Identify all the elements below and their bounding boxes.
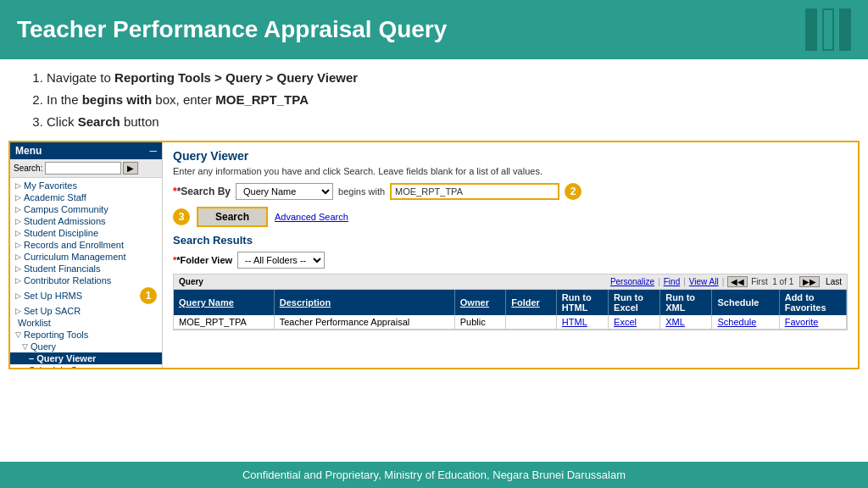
sidebar-item-query[interactable]: ▽Query xyxy=(10,341,162,352)
accent-bar-1 xyxy=(805,8,817,51)
cell-schedule: Schedule xyxy=(712,315,779,330)
sidebar-item-student-discipline[interactable]: ▷Student Discipline xyxy=(10,227,162,239)
cell-run-xml: XML xyxy=(660,315,712,330)
page-title: Teacher Performance Appraisal Query xyxy=(17,16,447,43)
sidebar-search-input[interactable] xyxy=(45,162,121,175)
sidebar-item-student-financials[interactable]: ▷Student Financials xyxy=(10,263,162,274)
sidebar-item-label: Worklist xyxy=(18,318,51,328)
sidebar-item-set-up-hrms[interactable]: ▷Set Up HRMS 1 xyxy=(10,286,162,305)
sidebar-item-label: Reporting Tools xyxy=(24,330,88,340)
col-folder: Folder xyxy=(506,290,557,315)
search-by-label: **Search By xyxy=(173,186,231,197)
cell-description: Teacher Performance Appraisal xyxy=(274,315,454,330)
col-add-favorites: Add to Favorites xyxy=(779,290,846,315)
sidebar-item-label: Campus Community xyxy=(24,204,108,214)
search-value-input[interactable] xyxy=(390,183,559,200)
footer: Confidential and Proprietary, Ministry o… xyxy=(0,462,868,488)
sep2: | xyxy=(683,277,686,286)
sidebar-item-set-up-sacr[interactable]: ▷Set Up SACR xyxy=(10,305,162,317)
search-button[interactable]: Search xyxy=(197,207,268,227)
view-all-link[interactable]: View All xyxy=(689,277,719,286)
sidebar-search-button[interactable]: ▶ xyxy=(123,162,138,175)
sidebar-item-label: Student Admissions xyxy=(24,216,106,226)
toolbar-right: Personalize | Find | View All | ◀◀ First… xyxy=(610,276,842,287)
col-description: Description xyxy=(274,290,454,315)
query-viewer-desc: Enter any information you have and click… xyxy=(173,166,848,176)
search-actions-row: 3 Search Advanced Search xyxy=(173,207,848,227)
sidebar-item-reporting-tools[interactable]: ▽Reporting Tools xyxy=(10,329,162,341)
cell-query-name: MOE_RPT_TPA xyxy=(174,315,274,330)
sidebar-item-contributor-relations[interactable]: ▷Contributor Relations xyxy=(10,274,162,286)
sidebar-item-student-admissions[interactable]: ▷Student Admissions xyxy=(10,215,162,227)
badge-2: 2 xyxy=(565,183,581,200)
sidebar-item-label: Query xyxy=(31,341,56,352)
sidebar-item-worklist[interactable]: Worklist xyxy=(10,317,162,329)
arrow-icon: ▷ xyxy=(15,217,21,225)
arrow-icon: ▽ xyxy=(22,342,28,351)
advanced-search-link[interactable]: Advanced Search xyxy=(275,212,348,222)
arrow-icon: ▷ xyxy=(15,229,21,237)
arrow-icon: ▷ xyxy=(15,276,21,285)
cell-run-html: HTML xyxy=(556,315,608,330)
col-run-html: Run to HTML xyxy=(556,290,608,315)
folder-view-label: **Folder View xyxy=(173,255,232,265)
cell-folder xyxy=(506,315,557,330)
run-html-link[interactable]: HTML xyxy=(562,317,587,327)
instructions-area: Navigate to Reporting Tools > Query > Qu… xyxy=(0,59,868,141)
col-schedule: Schedule xyxy=(712,290,779,315)
arrow-icon: ▷ xyxy=(15,205,21,214)
run-xml-link[interactable]: XML xyxy=(665,317,685,327)
sidebar-item-records-enrollment[interactable]: ▷Records and Enrollment xyxy=(10,239,162,251)
schedule-link[interactable]: Schedule xyxy=(717,317,756,327)
col-query-name-link[interactable]: Query Name xyxy=(179,297,234,308)
arrow-icon: ▽ xyxy=(15,330,21,339)
favorite-link[interactable]: Favorite xyxy=(785,317,819,327)
sidebar-minimize-icon[interactable]: ─ xyxy=(149,145,157,157)
col-run-excel: Run to Excel xyxy=(609,290,660,315)
col-owner: Owner xyxy=(454,290,505,315)
sidebar-header: Menu ─ xyxy=(10,142,162,159)
arrow-icon: ▷ xyxy=(15,241,21,249)
find-link[interactable]: Find xyxy=(664,277,680,286)
sidebar-item-academic-staff[interactable]: ▷Academic Staff xyxy=(10,191,162,203)
sidebar: Menu ─ Search: ▶ ▷My Favorites ▷Academic… xyxy=(10,142,163,368)
sidebar-item-query-viewer[interactable]: – Query Viewer xyxy=(10,352,162,364)
sidebar-item-schedule-query[interactable]: Schedule Query xyxy=(10,364,162,368)
sidebar-item-label: Records and Enrollment xyxy=(24,240,124,250)
results-table-wrapper: Query Personalize | Find | View All | ◀◀… xyxy=(173,274,848,330)
sidebar-item-my-favorites[interactable]: ▷My Favorites xyxy=(10,180,162,191)
sep3: | xyxy=(722,277,725,286)
cell-run-excel: Excel xyxy=(609,315,660,330)
arrow-icon: ▷ xyxy=(15,181,21,190)
instruction-step-2: In the begins with box, enter MOE_RPT_TP… xyxy=(47,90,843,110)
col-owner-link[interactable]: Owner xyxy=(460,297,489,308)
results-table: Query Name Description Owner Folder Run … xyxy=(174,290,847,330)
run-excel-link[interactable]: Excel xyxy=(614,317,637,327)
begins-with-text: begins with xyxy=(338,186,385,197)
personalize-link[interactable]: Personalize xyxy=(610,277,654,286)
sidebar-search-label: Search: xyxy=(14,164,42,173)
accent-bar-2 xyxy=(822,8,834,51)
sidebar-item-label: Student Financials xyxy=(24,263,101,274)
last-button[interactable]: ▶▶ xyxy=(799,276,820,287)
sidebar-item-curriculum-mgmt[interactable]: ▷Curriculum Management xyxy=(10,251,162,263)
col-query-name: Query Name xyxy=(174,290,274,315)
sidebar-item-label: Student Discipline xyxy=(24,228,98,238)
footer-text: Confidential and Proprietary, Ministry o… xyxy=(242,469,626,481)
col-folder-link[interactable]: Folder xyxy=(511,297,540,308)
search-by-select[interactable]: Query Name Description Uses Field Name U… xyxy=(236,183,333,200)
arrow-icon: ▷ xyxy=(15,193,21,202)
sidebar-item-campus-community[interactable]: ▷Campus Community xyxy=(10,203,162,215)
sidebar-item-label: My Favorites xyxy=(24,180,77,191)
results-table-toolbar: Query Personalize | Find | View All | ◀◀… xyxy=(174,274,847,290)
search-by-row: **Search By Query Name Description Uses … xyxy=(173,183,848,200)
arrow-icon: ▷ xyxy=(15,264,21,273)
cell-owner: Public xyxy=(454,315,505,330)
query-viewer-title: Query Viewer xyxy=(173,149,848,163)
header-accent xyxy=(805,8,851,51)
folder-view-select[interactable]: -- All Folders -- xyxy=(237,252,325,269)
main-area: Menu ─ Search: ▶ ▷My Favorites ▷Academic… xyxy=(8,141,860,369)
first-button[interactable]: ◀◀ xyxy=(727,276,748,287)
sidebar-item-label: Set Up SACR xyxy=(24,306,81,316)
col-description-link[interactable]: Description xyxy=(280,297,331,308)
